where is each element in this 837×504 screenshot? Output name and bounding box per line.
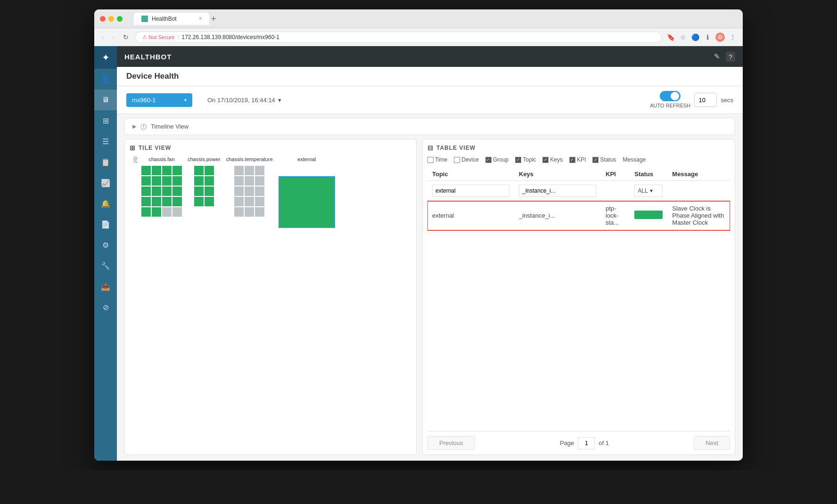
toggle-kpi[interactable]: ✓ KPI <box>569 156 586 163</box>
timeline-expand-arrow[interactable]: ▶ <box>132 123 136 130</box>
user-avatar[interactable]: O <box>715 33 725 42</box>
toggle-time[interactable]: Time <box>427 156 447 163</box>
device-select[interactable]: mx960-1 ▾ <box>126 93 192 107</box>
table-row[interactable]: external _instance_i... ptp-lock-sta... … <box>427 201 730 230</box>
filter-keys-input[interactable] <box>519 185 596 197</box>
device-checkbox[interactable] <box>454 157 460 163</box>
tile-cell <box>194 166 204 175</box>
toggle-keys[interactable]: ✓ Keys <box>542 156 563 163</box>
group-label: Group <box>493 156 509 163</box>
col-header-status: Status <box>630 168 667 181</box>
device-label: Device <box>461 156 479 163</box>
time-checkbox[interactable] <box>427 157 434 163</box>
back-button[interactable]: ‹ <box>100 33 106 42</box>
row-kpi: ptp-lock-sta... <box>601 201 630 230</box>
info-icon[interactable]: ℹ <box>703 33 712 41</box>
row-label-area: ptp <box>132 156 138 163</box>
forward-button[interactable]: › <box>111 33 117 42</box>
tile-view-title: ⊞ TILE VIEW <box>130 144 411 152</box>
external-header: external <box>297 156 316 162</box>
filter-topic-input[interactable] <box>432 185 509 197</box>
chassis-temperature-header: chassis.temperature <box>226 156 273 162</box>
tile-cell <box>172 176 182 186</box>
warning-icon: ⚠ <box>142 34 147 40</box>
topic-checkbox[interactable]: ✓ <box>515 157 521 163</box>
help-header-icon[interactable]: ? <box>726 52 735 62</box>
close-button[interactable] <box>100 16 106 22</box>
sidebar-item-dashboard[interactable]: ⊞ <box>94 110 117 131</box>
sidebar-item-documents[interactable]: 📄 <box>94 214 117 235</box>
auto-refresh-group: AUTO REFRESH secs <box>650 91 733 109</box>
page-title: Device Health <box>126 72 179 81</box>
next-button[interactable]: Next <box>694 436 730 450</box>
tile-cell <box>172 166 182 175</box>
tile-cell <box>205 176 214 186</box>
sidebar-item-monitor[interactable]: 🖥 <box>94 89 117 110</box>
page-number-input[interactable] <box>578 437 595 449</box>
refresh-interval-input[interactable] <box>694 93 717 107</box>
star-icon[interactable]: ☆ <box>679 33 687 41</box>
row-label-ptp: ptp <box>132 156 138 163</box>
toggle-device[interactable]: Device <box>454 156 479 163</box>
reload-button[interactable]: ↻ <box>121 33 131 42</box>
tile-cell <box>172 207 182 217</box>
minimize-button[interactable] <box>108 16 114 22</box>
maximize-button[interactable] <box>117 16 123 22</box>
alerts-icon: 🔔 <box>101 199 110 208</box>
toggle-status[interactable]: ✓ Status <box>592 156 616 163</box>
sidebar-item-alerts[interactable]: 🔔 <box>94 193 117 214</box>
browser-tab[interactable]: HealthBot × <box>134 13 209 25</box>
tile-col-external: external <box>279 156 335 228</box>
tile-cell <box>245 197 254 206</box>
reports-icon: 📋 <box>101 158 110 167</box>
menu-icon[interactable]: ⋮ <box>729 33 737 41</box>
sidebar-item-reports[interactable]: 📋 <box>94 152 117 172</box>
tile-cell <box>234 166 244 175</box>
timeline-section: ▶ 🕐 Timeline View <box>124 118 735 135</box>
sidebar-item-tools[interactable]: 🔧 <box>94 255 117 276</box>
tile-cell <box>162 166 172 175</box>
address-input[interactable]: ⚠ Not Secure | 172.26.138.139:8080/devic… <box>135 32 662 43</box>
settings-icon: ⚙ <box>102 241 109 250</box>
browser-window: HealthBot × + ‹ › ↻ ⚠ Not Secure | 172.2… <box>94 9 743 461</box>
kpi-checkbox[interactable]: ✓ <box>569 157 575 163</box>
status-checkbox[interactable]: ✓ <box>592 157 599 163</box>
sidebar-item-export[interactable]: 📤 <box>94 276 117 297</box>
group-checkbox[interactable]: ✓ <box>485 157 492 163</box>
profile-icon: 👤 <box>101 75 110 84</box>
sidebar-item-settings[interactable]: ⚙ <box>94 235 117 255</box>
all-label: ALL <box>638 187 648 194</box>
tile-cell <box>172 197 182 206</box>
timeline-label: Timeline View <box>151 123 189 130</box>
address-actions: 🔖 ☆ 🔵 ℹ O ⋮ <box>666 33 737 42</box>
pagination: Previous Page of 1 Next <box>427 431 730 450</box>
device-label: mx960-1 <box>132 97 156 104</box>
sidebar-logo[interactable]: ✦ <box>94 46 117 69</box>
bookmark-icon[interactable]: 🔖 <box>666 33 675 41</box>
sidebar-item-profile[interactable]: 👤 <box>94 69 117 89</box>
tile-cell <box>152 197 161 206</box>
tab-close-button[interactable]: × <box>199 16 202 21</box>
tile-cell <box>245 207 254 217</box>
new-tab-button[interactable]: + <box>211 15 216 23</box>
help-icon: ⊘ <box>103 303 109 312</box>
datetime-picker[interactable]: On 17/10/2019, 16:44:14 ▾ <box>204 95 285 106</box>
table-view-title: ⊟ TABLE VIEW <box>427 144 730 152</box>
auto-refresh-toggle[interactable] <box>660 91 681 101</box>
sidebar-item-help[interactable]: ⊘ <box>94 297 117 317</box>
status-filter-dropdown[interactable]: ALL ▾ <box>634 185 663 197</box>
toggle-group[interactable]: ✓ Group <box>485 156 509 163</box>
toggle-topic[interactable]: ✓ Topic <box>515 156 536 163</box>
keys-label: Keys <box>550 156 563 163</box>
cast-icon[interactable]: 🔵 <box>691 33 699 41</box>
filter-topic-cell <box>427 181 514 201</box>
tile-cell <box>245 187 254 196</box>
sidebar-item-analytics[interactable]: 📈 <box>94 172 117 193</box>
edit-icon[interactable]: ✎ <box>714 52 720 61</box>
row-message: Slave Clock is Phase Aligned with Master… <box>667 201 730 230</box>
previous-button[interactable]: Previous <box>427 436 475 450</box>
sidebar-item-list[interactable]: ☰ <box>94 131 117 152</box>
keys-checkbox[interactable]: ✓ <box>542 157 549 163</box>
tile-col-chassis-temperature: chassis.temperature <box>226 156 273 217</box>
tile-cell <box>194 187 204 196</box>
